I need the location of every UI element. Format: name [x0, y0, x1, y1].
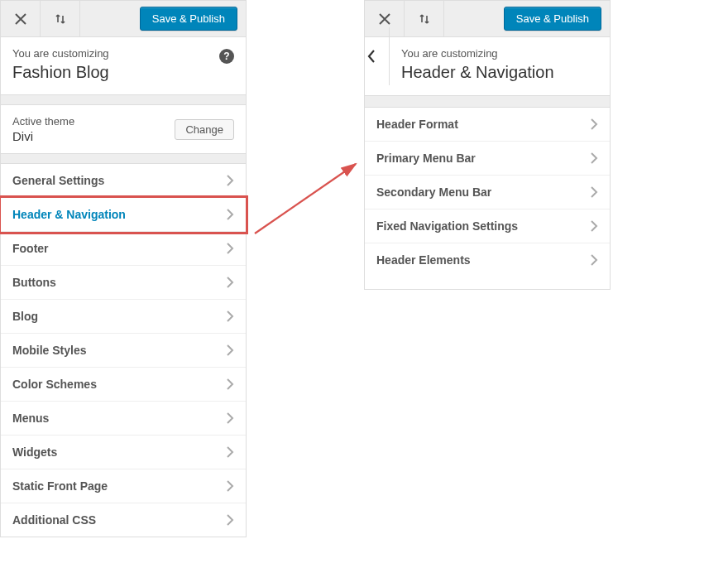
- menu-item-label: Menus: [12, 412, 226, 425]
- active-theme-name: Divi: [12, 129, 175, 143]
- menu-item-label: Blog: [12, 310, 226, 323]
- device-toggle-button[interactable]: [41, 1, 80, 37]
- menu-item-label: Header & Navigation: [12, 208, 226, 221]
- menu-item-secondary-menu-bar[interactable]: Secondary Menu Bar: [365, 176, 610, 209]
- chevron-right-icon: [226, 276, 234, 289]
- chevron-right-icon: [226, 412, 234, 425]
- chevron-right-icon: [226, 513, 234, 527]
- panel-title: Header & Navigation: [401, 63, 598, 82]
- chevron-right-icon: [226, 445, 234, 459]
- help-icon[interactable]: ?: [219, 49, 234, 64]
- menu-item-label: Additional CSS: [12, 513, 226, 527]
- customizer-panel-root: Save & Publish You are customizing Fashi…: [0, 0, 247, 537]
- panel-kicker: You are customizing: [12, 47, 219, 60]
- menu-item-label: Footer: [12, 242, 226, 255]
- chevron-right-icon: [590, 185, 598, 199]
- menu-item-mobile-styles[interactable]: Mobile Styles: [1, 334, 246, 368]
- menu-item-fixed-navigation-settings[interactable]: Fixed Navigation Settings: [365, 209, 610, 243]
- chevron-right-icon: [226, 242, 234, 255]
- chevron-right-icon: [226, 310, 234, 323]
- menu-item-general-settings[interactable]: General Settings: [1, 164, 246, 198]
- customizer-panel-header-nav: Save & Publish You are customizing Heade…: [364, 0, 611, 290]
- device-toggle-button[interactable]: [405, 1, 444, 37]
- chevron-right-icon: [590, 185, 598, 199]
- chevron-right-icon: [226, 344, 234, 357]
- panel-header: You are customizing Header & Navigation: [365, 37, 610, 96]
- menu-item-header-format[interactable]: Header Format: [365, 108, 610, 142]
- settings-menu: Header FormatPrimary Menu BarSecondary M…: [365, 108, 610, 277]
- section-divider: [365, 96, 610, 108]
- sort-icon: [418, 12, 431, 26]
- chevron-right-icon: [590, 253, 598, 267]
- chevron-right-icon: [590, 118, 598, 131]
- menu-item-label: Header Elements: [376, 253, 590, 267]
- menu-item-label: Static Front Page: [12, 479, 226, 493]
- settings-menu: General SettingsHeader & NavigationFoote…: [1, 164, 246, 537]
- chevron-right-icon: [226, 310, 234, 323]
- chevron-right-icon: [590, 219, 598, 233]
- menu-item-label: Header Format: [376, 118, 590, 131]
- menu-item-blog[interactable]: Blog: [1, 300, 246, 334]
- back-button[interactable]: [353, 27, 390, 85]
- menu-item-additional-css[interactable]: Additional CSS: [1, 503, 246, 537]
- chevron-right-icon: [226, 174, 234, 187]
- menu-item-label: Color Schemes: [12, 378, 226, 391]
- menu-item-label: Fixed Navigation Settings: [376, 219, 590, 233]
- panel-kicker: You are customizing: [401, 47, 598, 60]
- menu-item-header-elements[interactable]: Header Elements: [365, 243, 610, 277]
- chevron-right-icon: [226, 174, 234, 187]
- menu-item-static-front-page[interactable]: Static Front Page: [1, 469, 246, 503]
- save-publish-button[interactable]: Save & Publish: [504, 7, 601, 31]
- section-divider: [1, 95, 246, 105]
- sort-icon: [54, 12, 67, 26]
- chevron-right-icon: [226, 479, 234, 493]
- close-icon: [15, 13, 26, 25]
- menu-item-color-schemes[interactable]: Color Schemes: [1, 368, 246, 402]
- panel-header: You are customizing Fashion Blog ?: [1, 37, 246, 95]
- chevron-right-icon: [590, 219, 598, 233]
- chevron-right-icon: [226, 208, 234, 221]
- menu-item-header-navigation[interactable]: Header & Navigation: [1, 198, 246, 232]
- chevron-right-icon: [590, 253, 598, 267]
- chevron-right-icon: [226, 276, 234, 289]
- topbar: Save & Publish: [1, 1, 246, 37]
- menu-item-label: Mobile Styles: [12, 344, 226, 357]
- save-publish-button[interactable]: Save & Publish: [140, 7, 237, 31]
- annotation-arrow: [250, 156, 366, 238]
- chevron-right-icon: [226, 378, 234, 391]
- active-theme-row: Active theme Divi Change: [1, 105, 246, 154]
- close-icon: [379, 13, 390, 25]
- menu-item-label: Widgets: [12, 445, 226, 459]
- panel-title: Fashion Blog: [12, 63, 219, 82]
- chevron-right-icon: [226, 344, 234, 357]
- chevron-right-icon: [590, 118, 598, 131]
- menu-item-widgets[interactable]: Widgets: [1, 436, 246, 469]
- chevron-left-icon: [366, 49, 376, 64]
- chevron-right-icon: [226, 412, 234, 425]
- chevron-right-icon: [226, 242, 234, 255]
- menu-item-label: Secondary Menu Bar: [376, 185, 590, 199]
- active-theme-label: Active theme: [12, 115, 175, 128]
- menu-item-label: Primary Menu Bar: [376, 152, 590, 165]
- menu-item-label: General Settings: [12, 174, 226, 187]
- menu-item-buttons[interactable]: Buttons: [1, 266, 246, 300]
- chevron-right-icon: [590, 152, 598, 165]
- menu-item-footer[interactable]: Footer: [1, 232, 246, 266]
- close-button[interactable]: [1, 1, 41, 37]
- chevron-right-icon: [590, 152, 598, 165]
- change-theme-button[interactable]: Change: [175, 119, 234, 140]
- menu-item-menus[interactable]: Menus: [1, 402, 246, 436]
- svg-line-0: [255, 164, 356, 233]
- menu-item-primary-menu-bar[interactable]: Primary Menu Bar: [365, 142, 610, 176]
- chevron-right-icon: [226, 378, 234, 391]
- section-divider: [1, 154, 246, 164]
- chevron-right-icon: [226, 208, 234, 221]
- topbar: Save & Publish: [365, 1, 610, 37]
- chevron-right-icon: [226, 445, 234, 459]
- chevron-right-icon: [226, 513, 234, 527]
- chevron-right-icon: [226, 479, 234, 493]
- menu-item-label: Buttons: [12, 276, 226, 289]
